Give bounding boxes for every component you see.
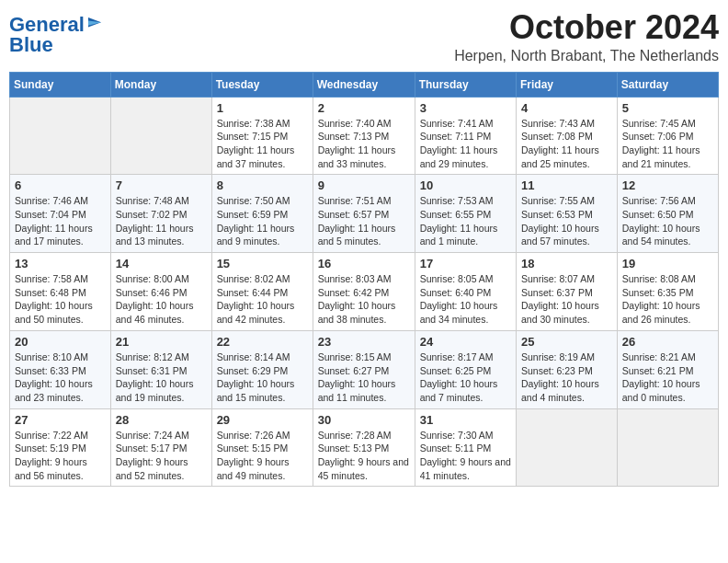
day-info: Sunrise: 8:02 AMSunset: 6:44 PMDaylight:… — [217, 272, 308, 327]
sunrise-text: Sunrise: 8:02 AM — [217, 272, 308, 286]
day-info: Sunrise: 7:26 AMSunset: 5:15 PMDaylight:… — [217, 429, 308, 483]
day-number: 5 — [622, 101, 713, 115]
sunset-text: Sunset: 6:59 PM — [217, 208, 308, 222]
day-info: Sunrise: 8:08 AMSunset: 6:35 PMDaylight:… — [622, 272, 713, 327]
day-info: Sunrise: 8:14 AMSunset: 6:29 PMDaylight:… — [217, 350, 308, 405]
day-info: Sunrise: 8:05 AMSunset: 6:40 PMDaylight:… — [420, 272, 511, 327]
sunrise-text: Sunrise: 8:21 AM — [622, 350, 713, 364]
calendar-cell — [517, 408, 618, 487]
day-number: 18 — [521, 257, 612, 270]
calendar-cell: 15Sunrise: 8:02 AMSunset: 6:44 PMDayligh… — [211, 253, 313, 331]
day-number: 29 — [217, 413, 308, 427]
day-info: Sunrise: 8:17 AMSunset: 6:25 PMDaylight:… — [420, 350, 511, 405]
day-number: 1 — [217, 101, 308, 115]
sunset-text: Sunset: 7:02 PM — [116, 208, 207, 222]
day-number: 23 — [318, 335, 410, 349]
calendar-cell: 13Sunrise: 7:58 AMSunset: 6:48 PMDayligh… — [10, 253, 111, 331]
calendar-cell — [10, 97, 111, 175]
sunrise-text: Sunrise: 7:56 AM — [622, 194, 713, 208]
calendar-week-3: 13Sunrise: 7:58 AMSunset: 6:48 PMDayligh… — [10, 253, 719, 331]
sunrise-text: Sunrise: 7:24 AM — [116, 429, 207, 442]
calendar-cell: 27Sunrise: 7:22 AMSunset: 5:19 PMDayligh… — [10, 408, 111, 487]
sunset-text: Sunset: 5:15 PM — [217, 442, 308, 455]
daylight-text: Daylight: 11 hours and 25 minutes. — [521, 144, 612, 170]
calendar-cell: 19Sunrise: 8:08 AMSunset: 6:35 PMDayligh… — [617, 253, 718, 331]
calendar-cell: 24Sunrise: 8:17 AMSunset: 6:25 PMDayligh… — [415, 330, 516, 408]
sunset-text: Sunset: 6:33 PM — [15, 364, 106, 378]
day-info: Sunrise: 7:28 AMSunset: 5:13 PMDaylight:… — [318, 429, 410, 483]
sunrise-text: Sunrise: 7:45 AM — [622, 117, 713, 131]
calendar-cell: 8Sunrise: 7:50 AMSunset: 6:59 PMDaylight… — [211, 175, 313, 253]
sunrise-text: Sunrise: 7:51 AM — [318, 194, 410, 208]
month-title: October 2024 — [454, 9, 719, 46]
day-info: Sunrise: 7:56 AMSunset: 6:50 PMDaylight:… — [622, 194, 713, 248]
calendar-cell: 12Sunrise: 7:56 AMSunset: 6:50 PMDayligh… — [617, 175, 718, 253]
calendar-cell: 29Sunrise: 7:26 AMSunset: 5:15 PMDayligh… — [211, 408, 313, 487]
calendar-cell: 17Sunrise: 8:05 AMSunset: 6:40 PMDayligh… — [415, 253, 516, 331]
sunrise-text: Sunrise: 7:58 AM — [15, 272, 106, 286]
day-number: 6 — [15, 178, 106, 192]
sunrise-text: Sunrise: 7:26 AM — [217, 429, 308, 442]
day-info: Sunrise: 8:03 AMSunset: 6:42 PMDaylight:… — [318, 272, 410, 327]
sunset-text: Sunset: 5:11 PM — [420, 442, 511, 455]
day-number: 11 — [521, 178, 612, 192]
sunset-text: Sunset: 6:50 PM — [622, 208, 713, 222]
calendar-cell: 16Sunrise: 8:03 AMSunset: 6:42 PMDayligh… — [313, 253, 415, 331]
sunrise-text: Sunrise: 8:00 AM — [116, 272, 207, 286]
day-number: 9 — [318, 178, 410, 192]
day-info: Sunrise: 7:30 AMSunset: 5:11 PMDaylight:… — [420, 429, 511, 483]
calendar-cell: 20Sunrise: 8:10 AMSunset: 6:33 PMDayligh… — [10, 330, 111, 408]
day-number: 22 — [217, 335, 308, 349]
day-info: Sunrise: 7:58 AMSunset: 6:48 PMDaylight:… — [15, 272, 106, 327]
daylight-text: Daylight: 10 hours and 50 minutes. — [15, 299, 106, 326]
day-number: 7 — [116, 178, 207, 192]
sunset-text: Sunset: 6:44 PM — [217, 286, 308, 300]
day-number: 26 — [622, 335, 713, 349]
sunrise-text: Sunrise: 7:40 AM — [318, 117, 410, 131]
sunset-text: Sunset: 6:29 PM — [217, 364, 308, 378]
calendar-cell: 6Sunrise: 7:46 AMSunset: 7:04 PMDaylight… — [10, 175, 111, 253]
calendar-cell — [617, 408, 718, 487]
day-number: 16 — [318, 257, 410, 270]
sunset-text: Sunset: 5:19 PM — [15, 442, 106, 455]
daylight-text: Daylight: 9 hours and 56 minutes. — [15, 455, 106, 482]
day-info: Sunrise: 7:53 AMSunset: 6:55 PMDaylight:… — [420, 194, 511, 248]
day-info: Sunrise: 8:10 AMSunset: 6:33 PMDaylight:… — [15, 350, 106, 405]
logo-flag-icon — [86, 17, 103, 30]
sunset-text: Sunset: 6:42 PM — [318, 286, 410, 300]
sunrise-text: Sunrise: 7:30 AM — [420, 429, 511, 442]
day-info: Sunrise: 7:45 AMSunset: 7:06 PMDaylight:… — [622, 117, 713, 171]
sunset-text: Sunset: 6:53 PM — [521, 208, 612, 222]
sunset-text: Sunset: 5:13 PM — [318, 442, 410, 455]
day-info: Sunrise: 7:55 AMSunset: 6:53 PMDaylight:… — [521, 194, 612, 248]
sunrise-text: Sunrise: 8:19 AM — [521, 350, 612, 364]
daylight-text: Daylight: 10 hours and 23 minutes. — [15, 377, 106, 404]
sunrise-text: Sunrise: 8:03 AM — [318, 272, 410, 286]
sunset-text: Sunset: 5:17 PM — [116, 442, 207, 455]
day-number: 19 — [622, 257, 713, 270]
daylight-text: Daylight: 10 hours and 15 minutes. — [217, 377, 308, 404]
sunset-text: Sunset: 6:57 PM — [318, 208, 410, 222]
calendar-cell: 4Sunrise: 7:43 AMSunset: 7:08 PMDaylight… — [517, 97, 618, 175]
sunset-text: Sunset: 6:37 PM — [521, 286, 612, 300]
daylight-text: Daylight: 10 hours and 19 minutes. — [116, 377, 207, 404]
header-day-sunday: Sunday — [10, 72, 111, 97]
day-info: Sunrise: 7:24 AMSunset: 5:17 PMDaylight:… — [116, 429, 207, 483]
sunrise-text: Sunrise: 7:48 AM — [116, 194, 207, 208]
day-number: 13 — [15, 257, 106, 270]
calendar-cell: 28Sunrise: 7:24 AMSunset: 5:17 PMDayligh… — [110, 408, 211, 487]
title-block: October 2024 Herpen, North Brabant, The … — [454, 9, 719, 64]
sunrise-text: Sunrise: 8:05 AM — [420, 272, 511, 286]
daylight-text: Daylight: 10 hours and 57 minutes. — [521, 222, 612, 248]
logo-blue-text: Blue — [9, 33, 53, 57]
sunrise-text: Sunrise: 7:28 AM — [318, 429, 410, 442]
daylight-text: Daylight: 10 hours and 7 minutes. — [420, 377, 511, 404]
calendar-cell — [110, 97, 211, 175]
daylight-text: Daylight: 9 hours and 41 minutes. — [420, 455, 511, 482]
calendar-cell: 18Sunrise: 8:07 AMSunset: 6:37 PMDayligh… — [517, 253, 618, 331]
calendar-cell: 3Sunrise: 7:41 AMSunset: 7:11 PMDaylight… — [415, 97, 516, 175]
daylight-text: Daylight: 10 hours and 34 minutes. — [420, 299, 511, 326]
daylight-text: Daylight: 9 hours and 49 minutes. — [217, 455, 308, 482]
day-number: 3 — [420, 101, 511, 115]
sunrise-text: Sunrise: 8:10 AM — [15, 350, 106, 364]
